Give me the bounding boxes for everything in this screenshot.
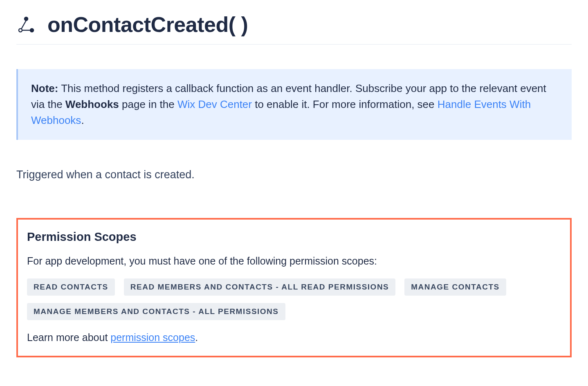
permission-scopes-title: Permission Scopes <box>27 230 561 244</box>
note-text-end: . <box>81 114 84 126</box>
note-callout: Note: This method registers a callback f… <box>16 69 572 140</box>
permission-scopes-box: Permission Scopes For app development, y… <box>16 218 572 357</box>
svg-point-2 <box>30 29 34 32</box>
svg-point-0 <box>25 17 28 20</box>
svg-line-3 <box>21 20 26 29</box>
permission-badge: READ MEMBERS AND CONTACTS - ALL READ PER… <box>124 278 396 296</box>
permission-scopes-desc: For app development, you must have one o… <box>27 255 561 267</box>
page-title: onContactCreated( ) <box>47 12 248 37</box>
method-description: Triggered when a contact is created. <box>16 168 572 181</box>
page-header: onContactCreated( ) <box>16 12 572 45</box>
learn-prefix: Learn more about <box>27 332 110 343</box>
permission-badge: READ CONTACTS <box>27 278 115 296</box>
note-text-2: page in the <box>119 98 177 110</box>
permission-learn-more: Learn more about permission scopes. <box>27 332 561 343</box>
permission-badges: READ CONTACTS READ MEMBERS AND CONTACTS … <box>27 278 561 320</box>
learn-suffix: . <box>195 332 198 343</box>
permission-badge: MANAGE MEMBERS AND CONTACTS - ALL PERMIS… <box>27 303 285 320</box>
permission-badge: MANAGE CONTACTS <box>404 278 506 296</box>
webhook-icon <box>16 15 36 34</box>
note-text-3: to enable it. For more information, see <box>252 98 438 110</box>
note-label: Note: <box>31 82 58 94</box>
link-permission-scopes[interactable]: permission scopes <box>110 332 195 343</box>
note-webhooks-bold: Webhooks <box>65 98 119 110</box>
link-wix-dev-center[interactable]: Wix Dev Center <box>177 98 252 110</box>
